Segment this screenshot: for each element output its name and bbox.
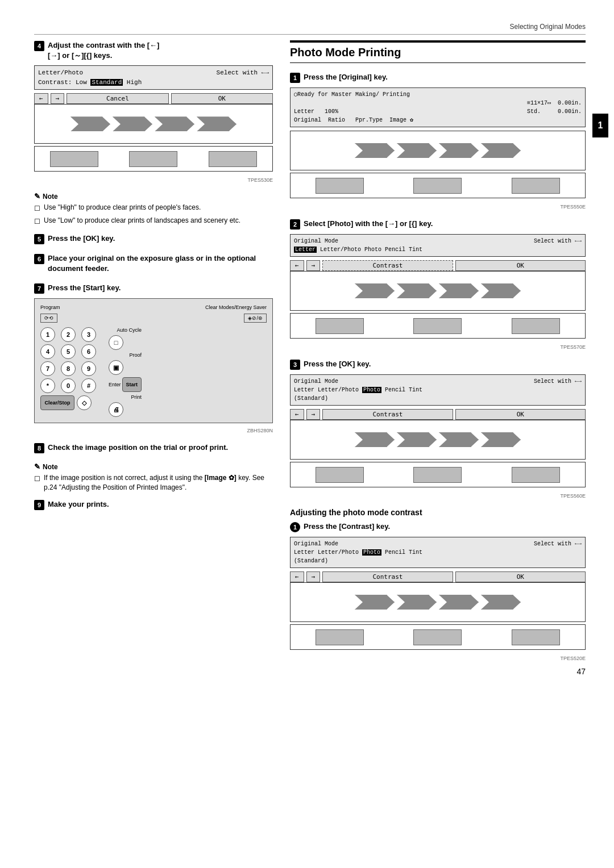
lcd-r1-r4-text: Original Ratio Ppr.Type Image ✿ xyxy=(294,116,413,124)
keypad-numpad: 1 2 3 4 5 6 7 8 9 * 0 # xyxy=(40,327,99,417)
display-pair4 xyxy=(34,104,273,172)
step8-block: 8 Check the image position on the trial … xyxy=(34,443,273,453)
r-step3-heading: 3 Press the [OK] key. xyxy=(290,359,586,370)
keypad-proof-label: Proof xyxy=(109,352,142,358)
key-7: 7 xyxy=(40,361,55,376)
note1-title: Note xyxy=(34,192,273,201)
lcd-r3-btn-right: → xyxy=(306,409,321,420)
lcd-contrast-step1: Original Mode Select with ←→ Letter Lett… xyxy=(290,537,586,568)
step8-text: Check the image position on the trial or… xyxy=(48,443,228,453)
lcd-c1-row2: Letter Letter/Photo Photo Pencil Tint xyxy=(294,548,582,557)
right-column: Photo Mode Printing 1 Press the [Origina… xyxy=(290,40,586,670)
step7-block: 7 Press the [Start] key. Program Clear M… xyxy=(34,283,273,433)
c1-chevron2 xyxy=(397,595,437,610)
display-box-c1-top xyxy=(290,582,586,622)
key-2: 2 xyxy=(61,327,76,342)
lcd-c1-btn-ok: OK xyxy=(455,571,586,582)
r-step1-block: 1 Press the [Original] key. ◯Ready for M… xyxy=(290,72,586,210)
key-8: 8 xyxy=(61,361,76,376)
chevron4 xyxy=(197,116,237,131)
step6-heading: 6 Place your original on the exposure gl… xyxy=(34,253,273,274)
tpes-label3: TPES550E xyxy=(290,204,586,210)
lcd4-btn-cancel: Cancel xyxy=(67,93,168,104)
step7-heading: 7 Press the [Start] key. xyxy=(34,283,273,294)
r3-chevron3 xyxy=(439,432,479,447)
step7-number: 7 xyxy=(34,283,44,294)
keypad-autocycle-label: Auto Cycle xyxy=(109,327,142,333)
lcd-r2-row2: Letter Letter/Photo Photo Pencil Tint xyxy=(294,245,582,254)
step7-text: Press the [Start] key. xyxy=(48,283,121,293)
lcd-r2-btn-contrast: Contrast xyxy=(322,260,453,271)
section-title: Photo Mode Printing xyxy=(290,40,586,63)
lcd4-btn-left: ← xyxy=(34,93,48,104)
r-step2-text: Select [Photo] with the [→] or [{] key. xyxy=(304,219,433,229)
page-number: 47 xyxy=(576,667,586,676)
key-4: 4 xyxy=(40,344,55,359)
lcd4-r1-left: Letter/Photo xyxy=(38,68,83,78)
c1-chevron3 xyxy=(439,595,479,610)
step9-text: Make your prints. xyxy=(48,499,109,510)
r-step1-heading: 1 Press the [Original] key. xyxy=(290,72,586,83)
page-header: Selecting Original Modes xyxy=(34,23,586,35)
display-box4-bottom xyxy=(34,146,273,172)
lcd-r2-buttons: ← → Contrast OK xyxy=(290,260,586,271)
lcd-step4: Letter/Photo Select with ←→ Contrast: Lo… xyxy=(34,65,273,90)
chevron-row-r1 xyxy=(355,143,521,158)
r1-chevron1 xyxy=(355,143,395,158)
rect-btn2 xyxy=(129,151,177,167)
r3-chevron4 xyxy=(481,432,521,447)
lcd-c1-row1: Original Mode Select with ←→ xyxy=(294,540,582,548)
tpes-label5: TPES560E xyxy=(290,493,586,499)
lcd-r3-r1-right: Select with ←→ xyxy=(534,377,582,386)
r-step2-number: 2 xyxy=(290,219,300,229)
lcd-c1-r3-text: (Standard) xyxy=(294,557,328,565)
r-step1-text: Press the [Original] key. xyxy=(304,72,388,82)
lcd-r3-row1: Original Mode Select with ←→ xyxy=(294,377,582,386)
note1-text1: Use "High" to produce clear prints of pe… xyxy=(44,203,201,214)
lcd-r1-r3-right: Std. 0.00in. xyxy=(527,107,582,116)
tpes-label1: TPES530E xyxy=(34,177,273,183)
lcd-r1-row2: ≡11×17▭ 0.00in. xyxy=(294,99,582,107)
step8-heading: 8 Check the image position on the trial … xyxy=(34,443,273,453)
lcd4-r1-right: Select with ←→ xyxy=(217,68,269,78)
display-pair-r1 xyxy=(290,131,586,198)
r-step3-block: 3 Press the [OK] key. Original Mode Sele… xyxy=(290,359,586,499)
r-step2-block: 2 Select [Photo] with the [→] or [{] key… xyxy=(290,219,586,350)
step9-heading: 9 Make your prints. xyxy=(34,499,273,510)
c1-rect-btn1 xyxy=(316,629,364,645)
lcd-c1-r1-left: Original Mode xyxy=(294,540,338,548)
checkbox3: ☐ xyxy=(34,474,40,493)
key-hash: # xyxy=(81,378,96,393)
display-box-r3-top xyxy=(290,420,586,460)
r1-chevron4 xyxy=(481,143,521,158)
chevron1 xyxy=(70,116,110,131)
tpes-label2: ZBHS280N xyxy=(34,428,273,433)
c1-rect-btn2 xyxy=(413,629,462,645)
step4-block: 4 Adjust the contrast with the [←][→] or… xyxy=(34,40,273,183)
lcd-r2-btn-ok: OK xyxy=(455,260,586,271)
display-box-c1-bottom xyxy=(290,624,586,650)
key-9: 9 xyxy=(81,361,96,376)
lcd-r2-r1-left: Original Mode xyxy=(294,237,338,245)
lcd4-row1: Letter/Photo Select with ←→ xyxy=(38,68,269,78)
key-5: 5 xyxy=(61,344,76,359)
r1-chevron2 xyxy=(397,143,437,158)
display-box4-top xyxy=(34,104,273,144)
note2-label: Note xyxy=(43,463,58,471)
step5-text: Press the [OK] key. xyxy=(48,233,115,244)
lcd-r3-highlight: Photo xyxy=(362,387,381,393)
lcd4-highlight: Standard xyxy=(90,79,123,86)
key-1: 1 xyxy=(40,327,55,342)
lcd-r1-row1: ◯Ready for Master Making/ Printing xyxy=(294,90,582,99)
note2-item1: ☐ If the image position is not correct, … xyxy=(34,473,273,493)
chevron-row-r2 xyxy=(355,283,521,298)
note1-text2: Use "Low" to produce clear prints of lan… xyxy=(44,216,240,227)
lcd-r2-row1: Original Mode Select with ←→ xyxy=(294,237,582,245)
lcd-r1-r3-left: Letter 100% xyxy=(294,107,338,116)
key-star: * xyxy=(40,378,55,393)
r2-chevron3 xyxy=(439,283,479,298)
keypad-enter-start: Enter Start xyxy=(109,377,142,392)
note1-label: Note xyxy=(43,193,58,201)
lcd-r3-row3: (Standard) xyxy=(294,394,582,403)
r2-rect-btn3 xyxy=(512,318,560,334)
